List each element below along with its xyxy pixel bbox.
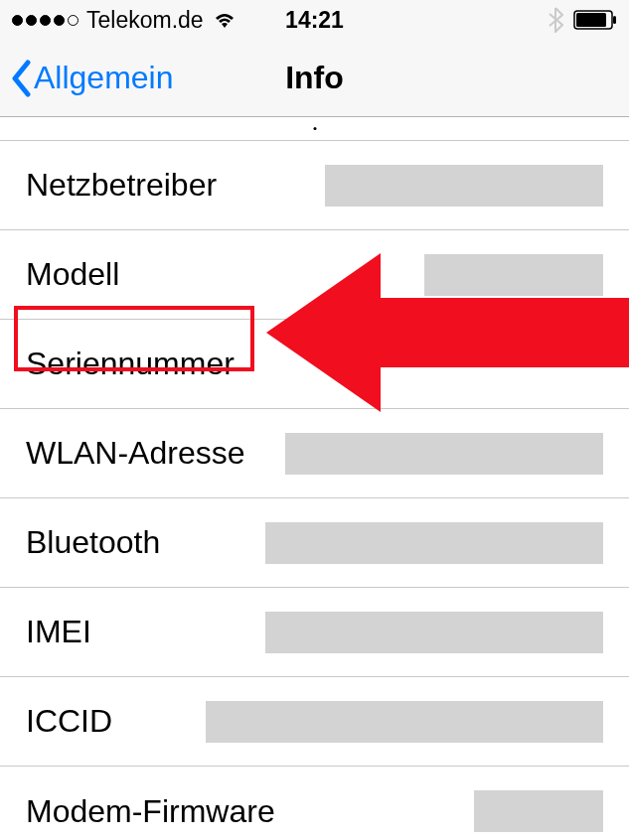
status-time: 14:21 bbox=[285, 7, 344, 34]
redacted-value bbox=[325, 165, 603, 207]
row-modem-firmware[interactable]: Modem-Firmware bbox=[0, 767, 629, 840]
row-label: Modem-Firmware bbox=[26, 793, 275, 830]
back-label: Allgemein bbox=[34, 60, 174, 96]
nav-bar: Allgemein Info bbox=[0, 40, 629, 117]
status-bar: Telekom.de 14:21 bbox=[0, 0, 629, 40]
redacted-value bbox=[265, 612, 603, 653]
row-iccid[interactable]: ICCID bbox=[0, 677, 629, 767]
row-imei[interactable]: IMEI bbox=[0, 588, 629, 677]
row-label: Bluetooth bbox=[26, 524, 160, 561]
back-button[interactable]: Allgemein bbox=[10, 60, 174, 97]
carrier-label: Telekom.de bbox=[86, 7, 204, 34]
row-modell[interactable]: Modell bbox=[0, 230, 629, 320]
status-left: Telekom.de bbox=[12, 7, 237, 34]
redacted-value bbox=[265, 522, 603, 564]
info-list: Netzbetreiber Modell Seriennummer WLAN-A… bbox=[0, 117, 629, 840]
row-label: Modell bbox=[26, 256, 119, 293]
row-wlan-adresse[interactable]: WLAN-Adresse bbox=[0, 409, 629, 498]
row-netzbetreiber[interactable]: Netzbetreiber bbox=[0, 141, 629, 230]
svg-rect-1 bbox=[576, 13, 606, 27]
status-right bbox=[548, 7, 617, 33]
redacted-value bbox=[424, 254, 603, 296]
row-label: IMEI bbox=[26, 614, 91, 650]
bluetooth-icon bbox=[548, 7, 563, 33]
page-title: Info bbox=[285, 60, 344, 96]
row-label: Seriennummer bbox=[26, 346, 235, 382]
svg-rect-2 bbox=[613, 16, 616, 24]
redacted-value bbox=[285, 433, 603, 475]
list-top-separator bbox=[0, 117, 629, 141]
redacted-value bbox=[206, 701, 603, 743]
row-seriennummer[interactable]: Seriennummer bbox=[0, 320, 629, 409]
battery-icon bbox=[573, 10, 617, 30]
chevron-left-icon bbox=[10, 60, 32, 97]
row-bluetooth[interactable]: Bluetooth bbox=[0, 498, 629, 588]
wifi-icon bbox=[212, 10, 237, 30]
row-label: WLAN-Adresse bbox=[26, 435, 245, 472]
row-label: Netzbetreiber bbox=[26, 167, 217, 204]
row-label: ICCID bbox=[26, 703, 112, 740]
signal-strength-icon bbox=[12, 15, 79, 26]
redacted-value bbox=[474, 790, 603, 832]
